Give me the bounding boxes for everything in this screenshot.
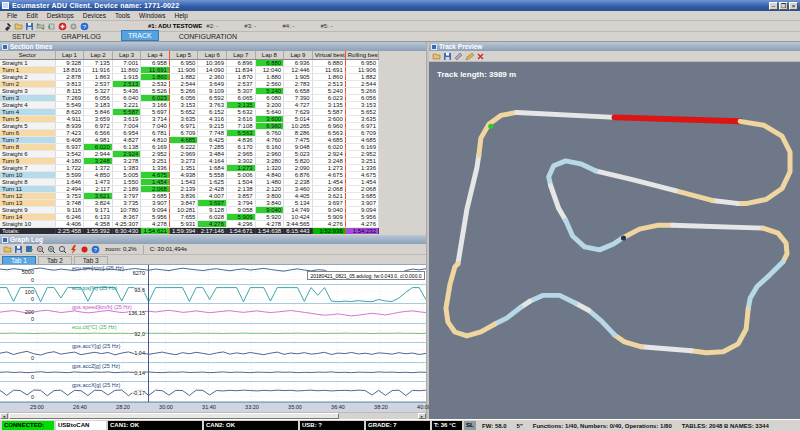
graph-tab-tab1[interactable]: Tab 1 — [2, 256, 36, 264]
connect-icon[interactable] — [36, 22, 45, 31]
measure-icon[interactable] — [454, 52, 463, 61]
search-icon[interactable] — [58, 245, 67, 254]
lap-time-cell: 4:296 — [227, 220, 256, 227]
column-header[interactable]: Lap 3 — [112, 51, 141, 59]
sector-row[interactable]: Turn 37:2696:0566:0406:0236:0566:5926:06… — [0, 94, 379, 101]
graph-tab-tab3[interactable]: Tab 3 — [74, 256, 108, 264]
column-header[interactable]: Rolling best — [345, 51, 378, 59]
scrollbar-thumb[interactable] — [9, 413, 339, 419]
sector-row[interactable]: Turn 105:5994:8505:0054:6754:9385:5585:0… — [0, 171, 379, 178]
stop-icon[interactable] — [58, 22, 67, 31]
clear-icon[interactable] — [69, 245, 78, 254]
tab-configuration[interactable]: CONFIGURATION — [173, 32, 243, 41]
device-slot-3[interactable]: #3: - — [244, 23, 256, 29]
help-icon[interactable]: ? — [80, 22, 89, 31]
track-map[interactable]: Track length: 3989 m — [429, 62, 800, 419]
sector-row[interactable]: Straight 104:4064:3584:25:3074:2785:9314… — [0, 220, 379, 227]
open-folder-icon[interactable] — [14, 22, 23, 31]
sector-row[interactable]: Turn 76:4084:9814:8274:8104:6856:4254:83… — [0, 136, 379, 143]
sector-row[interactable]: Turn 118:81611:91611:86011:69111:90614:0… — [0, 66, 379, 73]
column-header[interactable]: Lap 7 — [227, 51, 256, 59]
sector-row[interactable]: Straight 45:5493:1833:2213:1663:1533:763… — [0, 101, 379, 108]
column-header[interactable]: Lap 9 — [284, 51, 313, 59]
sector-row[interactable]: Straight 38:1155:3275:4365:5265:2669:109… — [0, 87, 379, 94]
horizontal-scrollbar[interactable]: ◄ ► — [0, 412, 426, 419]
sector-row[interactable]: Turn 146:2466:1338:3675:9567:6556:0285:9… — [0, 213, 379, 220]
sector-name: Turn 1 — [0, 66, 55, 73]
column-header[interactable]: Virtual best — [312, 51, 345, 59]
save-icon[interactable] — [14, 245, 23, 254]
save-icon[interactable] — [25, 22, 34, 31]
status-usbtocan: USBtoCAN — [56, 421, 106, 430]
track-preview-title: Track Preview — [439, 43, 482, 50]
device-slot-4[interactable]: #4: - — [282, 23, 294, 29]
open-folder-icon[interactable] — [3, 245, 12, 254]
draw-icon[interactable] — [465, 52, 474, 61]
menu-tools[interactable]: Tools — [111, 12, 134, 19]
reconnect-icon[interactable] — [47, 22, 56, 31]
channel-band[interactable]: gps.accY[g] (25 Hz)01,04 — [0, 343, 426, 363]
tab-setup[interactable]: SETUP — [6, 32, 41, 41]
totals-row[interactable]: Totals:2:25:4581:55:3926:30:4301:54:6211… — [0, 227, 379, 234]
pin-icon[interactable] — [3, 22, 12, 31]
chart-area[interactable]: ecu.rpm[rpm] (25 Hz)500006270ecu.tps[%] … — [0, 264, 426, 402]
sector-row[interactable]: Straight 22:8781:8631:9151:8601:8822:360… — [0, 73, 379, 80]
track-preview-header: Track Preview — [429, 42, 800, 51]
record-icon[interactable] — [80, 245, 89, 254]
scroll-left-icon[interactable]: ◄ — [0, 413, 8, 419]
column-header[interactable]: Sector — [0, 51, 55, 59]
sector-row[interactable]: Turn 54:9113:6593:6193:7143:6354:3163:61… — [0, 115, 379, 122]
minimize-button[interactable]: – — [769, 2, 778, 10]
channel-band[interactable]: gps.speed[km/h] (25 Hz)2000136,15 — [0, 304, 426, 324]
tab-track[interactable]: TRACK — [121, 30, 159, 41]
sector-row[interactable]: Straight 19:3287:1357:0016:9586:95010:36… — [0, 59, 379, 66]
chart-cursor[interactable] — [148, 265, 149, 402]
sector-row[interactable]: Turn 133:7483:8243:7353:9073:8473:6973:7… — [0, 199, 379, 206]
sector-row[interactable]: Straight 71:7221:3721:3831:3361:3511:684… — [0, 164, 379, 171]
sector-row[interactable]: Turn 23:8132:5372:5132:5322:5443:6492:53… — [0, 80, 379, 87]
column-header[interactable]: Lap 1 — [55, 51, 84, 59]
sector-row[interactable]: Turn 48:6205:8465:5875:6975:6526:1525:63… — [0, 108, 379, 115]
export-icon[interactable] — [25, 245, 34, 254]
column-header[interactable]: Lap 5 — [169, 51, 198, 59]
zoom-in-icon[interactable] — [47, 245, 56, 254]
lap-time-cell: 12:446 — [284, 66, 313, 73]
sector-row[interactable]: Straight 58:9396:9727:0047:0406:9719:215… — [0, 122, 379, 129]
column-header[interactable]: Lap 6 — [198, 51, 227, 59]
channel-band[interactable]: gps.accZ[g] (25 Hz)00,14 — [0, 363, 426, 383]
settings-gear-icon[interactable] — [69, 22, 78, 31]
channel-band[interactable]: ecu.clt[°C] (25 Hz)92,0 — [0, 324, 426, 344]
menu-windows[interactable]: Windows — [135, 12, 169, 19]
channel-band[interactable]: ecu.tps[%] (25 Hz)100093,6 — [0, 285, 426, 305]
help-icon[interactable]: ? — [91, 245, 100, 254]
sector-row[interactable]: Straight 81:6461:4731:5501:4541:5431:625… — [0, 178, 379, 185]
lap-time-cell: 3:907 — [141, 199, 170, 206]
lap-time-cell: 6:958 — [141, 59, 170, 66]
menu-help[interactable]: Help — [170, 12, 191, 19]
sector-row[interactable]: Turn 94:1803:2483:2783:2513:2734:1643:30… — [0, 157, 379, 164]
column-header[interactable]: Lap 4 — [141, 51, 170, 59]
sector-row[interactable]: Turn 112:4942:1172:1892:0682:1392:4282:1… — [0, 185, 379, 192]
channel-band[interactable]: gps.accX[g] (25 Hz)0-0,17 — [0, 382, 426, 402]
zoom-out-icon[interactable] — [36, 245, 45, 254]
sector-row[interactable]: Turn 123:7533:6213:7973:6853:8364:0073:8… — [0, 192, 379, 199]
graph-tab-tab2[interactable]: Tab 2 — [38, 256, 72, 264]
device-slot-5[interactable]: #5: - — [320, 23, 332, 29]
open-folder-icon[interactable] — [432, 52, 441, 61]
graph-log-panel: Graph Log ? zoom: 0,2% C: 30:01,494s Tab… — [0, 235, 426, 419]
column-header[interactable]: Lap 2 — [84, 51, 113, 59]
restore-button[interactable]: ❐ — [779, 2, 788, 10]
device-slot-1[interactable]: #1: ADU TESTOWE — [148, 23, 202, 29]
channel-label: gps.accY[g] (25 Hz) — [72, 343, 120, 349]
sector-row[interactable]: Straight 63:5422:9442:9242:9522:9693:484… — [0, 150, 379, 157]
scroll-right-icon[interactable]: ► — [418, 413, 426, 419]
delete-icon[interactable] — [476, 52, 485, 61]
close-button[interactable]: × — [789, 2, 798, 10]
tab-graphlog[interactable]: GRAPHLOG — [55, 32, 107, 41]
save-icon[interactable] — [443, 52, 452, 61]
column-header[interactable]: Lap 8 — [255, 51, 284, 59]
device-slot-2[interactable]: #2: - — [206, 23, 218, 29]
sector-row[interactable]: Straight 99:1169:17110:7809:09410:2819:1… — [0, 206, 379, 213]
sector-row[interactable]: Turn 67:4236:5666:9546:7816:7097:7486:56… — [0, 129, 379, 136]
sector-row[interactable]: Turn 86:9376:0206:1386:1696:2227:2856:17… — [0, 143, 379, 150]
